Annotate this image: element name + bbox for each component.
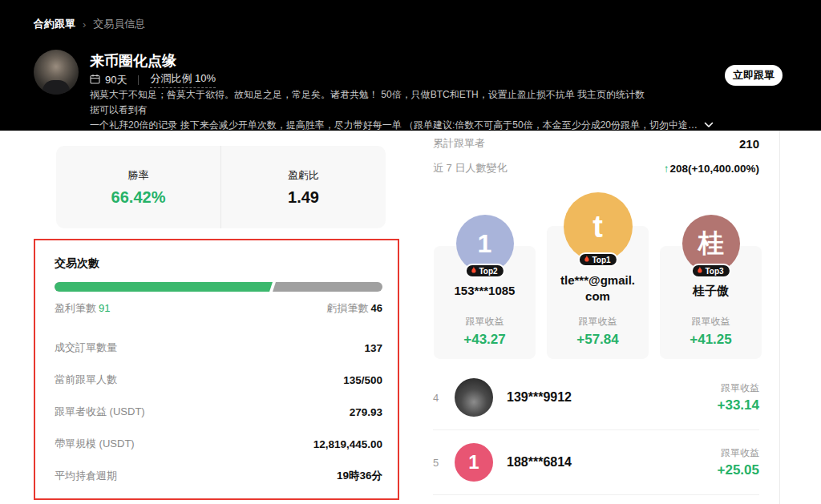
fact-row-follower-pnl: 跟單者收益 (USDT) 279.93 xyxy=(55,396,382,428)
avatar-photo xyxy=(455,378,493,417)
follower-row-5: 5 1 188***6814 跟單收益 +25.05 xyxy=(433,430,759,495)
winrate-card: 勝率 66.42% 盈虧比 1.49 xyxy=(56,146,386,228)
description-line-1: 祸莫大于不知足；咎莫大于欲得。故知足之足，常足矣。诸君共勉！ 50倍，只做BTC… xyxy=(90,87,651,118)
podium-profit-block: 跟單收益 +43.27 xyxy=(463,315,505,359)
trader-description: 祸莫大于不知足；咎莫大于欲得。故知足之足，常足矣。诸君共勉！ 50倍，只做BTC… xyxy=(90,87,651,133)
profit-value: +43.27 xyxy=(463,332,505,348)
win-count-value: 91 xyxy=(99,302,110,314)
rank-badge-top3: Top3 xyxy=(690,264,730,278)
trading-days: 90天 xyxy=(105,73,127,87)
podium-card-top2: 1 Top2 153***1085 跟單收益 +43.27 xyxy=(434,246,536,359)
podium-card-top1: t Top1 tle***@gmail.com 跟單收益 +57.84 xyxy=(547,226,649,359)
win-loss-progress-bar xyxy=(55,282,382,292)
fact-value: 137 xyxy=(364,342,382,354)
pl-ratio-label: 盈虧比 xyxy=(288,168,319,183)
breadcrumb-root-link[interactable]: 合約跟單 xyxy=(34,17,75,31)
followers-change-label: 近 7 日人數變化 xyxy=(433,161,507,175)
loss-count-block: 虧損筆數46 xyxy=(327,301,382,316)
breadcrumb: 合約跟單 › 交易員信息 xyxy=(34,17,145,31)
profit-value: +25.05 xyxy=(718,462,759,478)
profit-value: +33.14 xyxy=(718,397,759,413)
win-portion-bar xyxy=(55,282,273,292)
trader-info-page: 合約跟單 › 交易員信息 来币圈化点缘 90天 分潤比例 10% 祸莫大于不知足… xyxy=(0,0,821,504)
followers-change-number: 208(+10,400.00%) xyxy=(670,163,759,175)
fact-row-order-count: 成交訂單數量 137 xyxy=(55,332,382,364)
win-loss-counts: 盈利筆數91 虧損筆數46 xyxy=(55,301,382,316)
follower-name: 188***6814 xyxy=(507,455,572,470)
follower-name: tle***@gmail.com xyxy=(558,272,638,304)
rank-badge-top1: Top1 xyxy=(577,252,617,267)
row-profit-block: 跟單收益 +33.14 xyxy=(718,381,759,413)
trader-avatar xyxy=(34,50,79,95)
fact-label: 當前跟單人數 xyxy=(55,373,117,387)
scroll-divider xyxy=(779,131,780,504)
avatar: 1 xyxy=(455,443,493,482)
trader-meta: 90天 分潤比例 10% xyxy=(90,71,216,88)
follower-name: 153***1085 xyxy=(455,283,516,299)
header: 合約跟單 › 交易員信息 来币圈化点缘 90天 分潤比例 10% 祸莫大于不知足… xyxy=(0,0,821,131)
profit-label: 跟單收益 xyxy=(463,315,505,329)
breadcrumb-separator: › xyxy=(83,18,86,30)
follower-name: 139***9912 xyxy=(507,390,572,405)
podium-profit-block: 跟單收益 +57.84 xyxy=(576,315,618,359)
fact-value: 279.93 xyxy=(350,406,382,418)
fact-label: 平均持倉週期 xyxy=(55,469,117,483)
follow-now-button[interactable]: 立即跟單 xyxy=(725,65,783,86)
breadcrumb-current: 交易員信息 xyxy=(93,17,145,31)
follower-row-4: 4 139***9912 跟單收益 +33.14 xyxy=(433,365,759,430)
fact-value: 12,819,445.00 xyxy=(313,438,382,450)
fact-value: 135/500 xyxy=(343,374,382,386)
profit-label: 跟單收益 xyxy=(690,315,731,329)
profit-label: 跟單收益 xyxy=(576,315,618,329)
total-followers-row: 累計跟單者 210 xyxy=(433,136,759,151)
flame-icon xyxy=(470,266,476,276)
pl-ratio-value: 1.49 xyxy=(288,188,319,207)
total-followers-value: 210 xyxy=(739,137,759,151)
fact-row-avg-holding: 平均持倉週期 19時36分 xyxy=(55,460,382,492)
chevron-down-icon[interactable] xyxy=(704,118,714,133)
fact-label: 成交訂單數量 xyxy=(55,341,117,355)
rank-badge-label: Top2 xyxy=(479,267,497,276)
winrate-value: 66.42% xyxy=(111,188,166,207)
profit-label: 跟單收益 xyxy=(718,381,759,395)
followers-change-value: ↑208(+10,400.00%) xyxy=(664,163,759,175)
win-count-label: 盈利筆數 xyxy=(55,302,96,314)
rank-number: 4 xyxy=(433,392,455,404)
flame-icon xyxy=(696,266,702,276)
flame-icon xyxy=(583,255,589,264)
trader-facts-list: 成交訂單數量 137 當前跟單人數 135/500 跟單者收益 (USDT) 2… xyxy=(55,332,382,492)
fact-label: 跟單者收益 (USDT) xyxy=(55,405,145,419)
rank-badge-label: Top1 xyxy=(592,256,610,264)
profit-label: 跟單收益 xyxy=(718,446,759,460)
rank-number: 5 xyxy=(433,457,455,469)
podium-card-top3: 桂 Top3 桂子傲 跟單收益 +41.25 xyxy=(660,246,762,359)
avatar: t xyxy=(564,192,633,261)
description-line-2: 一个礼拜20倍的记录 接下来会减少开单次数，提高胜率，尽力带好每一单 （跟单建议… xyxy=(90,119,698,131)
fact-value: 19時36分 xyxy=(337,469,382,483)
trade-count-title: 交易次數 xyxy=(55,256,99,271)
podium-profit-block: 跟單收益 +41.25 xyxy=(690,315,731,359)
total-followers-label: 累計跟單者 xyxy=(433,136,485,151)
row-profit-block: 跟單收益 +25.05 xyxy=(718,446,759,478)
loss-count-label: 虧損筆數 xyxy=(327,302,369,314)
fact-label: 帶單規模 (USDT) xyxy=(55,437,135,451)
trader-name: 来币圈化点缘 xyxy=(90,51,176,71)
fact-row-current-followers: 當前跟單人數 135/500 xyxy=(55,364,382,396)
calendar-icon xyxy=(90,74,100,87)
win-count-block: 盈利筆數91 xyxy=(55,301,110,316)
profit-value: +41.25 xyxy=(690,332,731,348)
followers-change-row: 近 7 日人數變化 ↑208(+10,400.00%) xyxy=(433,161,759,175)
winrate-block: 勝率 66.42% xyxy=(56,146,220,228)
up-arrow-icon: ↑ xyxy=(664,163,669,175)
follower-name: 桂子傲 xyxy=(693,283,729,299)
rank-badge-label: Top3 xyxy=(705,267,723,276)
profit-share-ratio[interactable]: 分潤比例 10% xyxy=(150,71,216,88)
winrate-label: 勝率 xyxy=(128,168,149,183)
meta-divider xyxy=(138,75,139,85)
profit-value: +57.84 xyxy=(576,332,618,348)
rank-badge-top2: Top2 xyxy=(464,264,504,278)
pl-ratio-block: 盈虧比 1.49 xyxy=(220,146,386,228)
fact-row-lead-volume: 帶單規模 (USDT) 12,819,445.00 xyxy=(55,428,382,460)
loss-count-value: 46 xyxy=(371,302,382,314)
follower-ranking-list: 4 139***9912 跟單收益 +33.14 5 1 188***6814 … xyxy=(433,365,759,495)
